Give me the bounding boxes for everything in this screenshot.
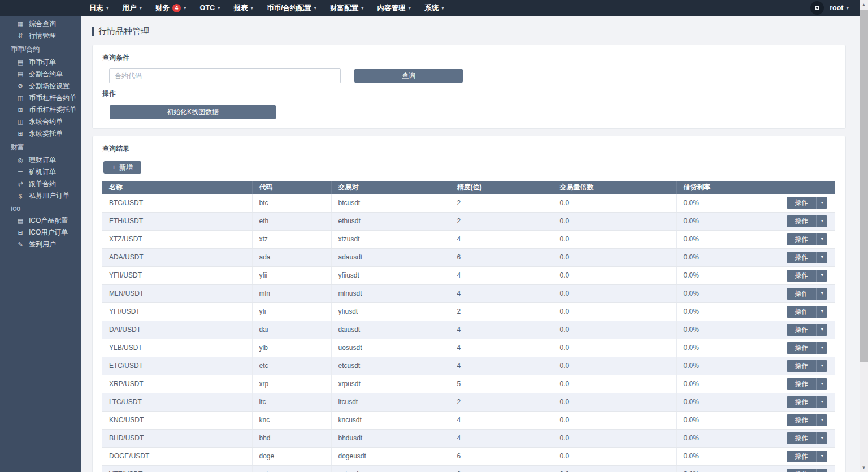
cell-code: yfi <box>252 302 331 321</box>
nav-menu-item[interactable]: 财务 4 ▾ <box>149 0 193 16</box>
action-button[interactable]: 操作 <box>787 414 816 426</box>
search-button[interactable]: 查询 <box>354 69 463 83</box>
chevron-down-icon: ▾ <box>821 399 823 404</box>
action-dropdown-button[interactable]: ▾ <box>816 324 827 336</box>
scroll-up-icon[interactable]: ▲ <box>860 0 868 9</box>
sidebar-item[interactable]: ☰ 矿机订单 <box>0 166 81 178</box>
action-dropdown-button[interactable]: ▾ <box>816 432 827 444</box>
add-button[interactable]: + 新增 <box>103 161 141 174</box>
action-button[interactable]: 操作 <box>787 324 816 336</box>
user-menu[interactable]: root ▾ <box>830 4 849 12</box>
cell-name: ETC/USDT <box>102 357 252 375</box>
vertical-scrollbar: ▲ ▼ <box>860 0 868 472</box>
sidebar-item[interactable]: ⊞ 永续委托单 <box>0 128 81 140</box>
sidebar-item[interactable]: ⇄ 跟单合约 <box>0 178 81 190</box>
action-dropdown-button[interactable]: ▾ <box>816 360 827 372</box>
nav-menu-item-label: 财务 <box>155 3 170 13</box>
contract-code-input[interactable] <box>109 68 341 83</box>
cell-code: btc <box>252 194 331 212</box>
chevron-down-icon: ▾ <box>821 200 823 205</box>
cell-lending-rate: 0.0% <box>676 266 779 284</box>
nav-menu-item[interactable]: 日志 ▾ <box>83 0 116 16</box>
sidebar-item-label: 理财订单 <box>29 155 56 165</box>
cell-precision: 2 <box>450 212 553 230</box>
username: root <box>830 4 843 12</box>
init-kline-button[interactable]: 初始化K线图数据 <box>110 105 276 119</box>
nav-menu-item[interactable]: OTC ▾ <box>193 0 227 16</box>
cell-lending-rate: 0.0% <box>676 302 779 321</box>
cell-actions: 操作 ▾ <box>779 194 835 212</box>
user-avatar[interactable] <box>810 1 824 15</box>
action-dropdown-button[interactable]: ▾ <box>816 197 827 209</box>
action-button[interactable]: 操作 <box>787 252 816 263</box>
sidebar-item[interactable]: $ 私募用户订单 <box>0 190 81 202</box>
action-button[interactable]: 操作 <box>787 360 816 372</box>
cell-volume-multiplier: 0.0 <box>553 357 676 375</box>
action-dropdown-button[interactable]: ▾ <box>816 396 827 408</box>
sidebar-item[interactable]: ▤ 币币订单 <box>0 57 81 68</box>
nav-menu-item-label: OTC <box>200 4 215 12</box>
nav-menu-item[interactable]: 币币/合约配置 ▾ <box>260 0 323 16</box>
sidebar-item-label: 币币订单 <box>29 58 56 67</box>
sidebar-item[interactable]: ⊞ 币币杠杆委托单 <box>0 104 81 116</box>
sidebar-item-icon: ⇵ <box>16 32 24 40</box>
sidebar-item[interactable]: ▤ 交割合约单 <box>0 68 81 80</box>
action-dropdown-button[interactable]: ▾ <box>816 215 827 227</box>
action-dropdown-button[interactable]: ▾ <box>816 288 827 300</box>
action-button[interactable]: 操作 <box>787 270 816 282</box>
query-row: 查询 <box>109 68 836 83</box>
nav-menu-item[interactable]: 内容管理 ▾ <box>371 0 418 16</box>
action-dropdown-button[interactable]: ▾ <box>816 233 827 245</box>
nav-menu-item[interactable]: 用户 ▾ <box>116 0 149 16</box>
sidebar-item[interactable]: ✎ 签到用户 <box>0 239 81 250</box>
action-button[interactable]: 操作 <box>787 378 816 390</box>
action-button[interactable]: 操作 <box>787 215 816 227</box>
action-button[interactable]: 操作 <box>787 396 816 408</box>
action-button[interactable]: 操作 <box>787 233 816 245</box>
sidebar-group: 币币/合约 ▤ 币币订单 ▤ 交割合约单 ⚙ 交割场控设置 <box>0 42 81 140</box>
action-dropdown-button[interactable]: ▾ <box>816 451 827 462</box>
chevron-down-icon: ▾ <box>846 6 849 11</box>
action-button[interactable]: 操作 <box>787 197 816 209</box>
sidebar-item[interactable]: ⊟ ICO用户订单 <box>0 227 81 239</box>
cell-volume-multiplier: 0.0 <box>553 465 676 472</box>
action-button-group: 操作 ▾ <box>787 396 827 408</box>
table-row: YLB/USDT ylb uosusdt 4 0.0 0.0% 操作 ▾ <box>102 339 835 357</box>
action-dropdown-button[interactable]: ▾ <box>816 378 827 390</box>
cell-precision: 6 <box>450 248 553 266</box>
sidebar-item[interactable]: ◎ 理财订单 <box>0 154 81 166</box>
action-button[interactable]: 操作 <box>787 306 816 318</box>
nav-menu-item[interactable]: 财富配置 ▾ <box>323 0 371 16</box>
action-button[interactable]: 操作 <box>787 432 816 444</box>
action-button[interactable]: 操作 <box>787 342 816 354</box>
scroll-down-icon[interactable]: ▼ <box>860 463 868 472</box>
action-button[interactable]: 操作 <box>787 288 816 300</box>
scrollbar-thumb[interactable] <box>860 10 868 362</box>
action-dropdown-button[interactable]: ▾ <box>816 342 827 354</box>
sidebar-item-label: 跟单合约 <box>29 179 56 189</box>
cell-name: BHD/USDT <box>102 429 252 447</box>
cell-lending-rate: 0.0% <box>676 411 779 429</box>
sidebar-item[interactable]: ▤ ICO产品配置 <box>0 215 81 227</box>
sidebar-item[interactable]: ⚙ 交割场控设置 <box>0 80 81 92</box>
action-dropdown-button[interactable]: ▾ <box>816 469 827 472</box>
nav-menu-item[interactable]: 系统 ▾ <box>418 0 451 16</box>
nav-menu-item[interactable]: 报表 ▾ <box>227 0 261 16</box>
cell-code: dai <box>252 321 331 339</box>
sidebar-item[interactable]: ◫ 币币杠杆合约单 <box>0 92 81 104</box>
action-button[interactable]: 操作 <box>787 451 816 462</box>
action-dropdown-button[interactable]: ▾ <box>816 414 827 426</box>
sidebar-item[interactable]: ▦ 综合查询 <box>0 18 81 30</box>
table-row: LTC/USDT ltc ltcusdt 2 0.0 0.0% 操作 ▾ <box>102 393 835 411</box>
action-dropdown-button[interactable]: ▾ <box>816 306 827 318</box>
chevron-down-icon: ▾ <box>409 6 411 11</box>
sidebar-item[interactable]: ◫ 永续合约单 <box>0 116 81 128</box>
action-dropdown-button[interactable]: ▾ <box>816 252 827 263</box>
cell-pair: xrpusdt <box>331 375 450 393</box>
action-dropdown-button[interactable]: ▾ <box>816 270 827 282</box>
sidebar-item[interactable]: ⇵ 行情管理 <box>0 30 81 42</box>
action-button[interactable]: 操作 <box>787 469 816 472</box>
action-button-group: 操作 ▾ <box>787 252 827 263</box>
sidebar-item-icon: $ <box>16 193 24 200</box>
cell-precision: 4 <box>450 284 553 302</box>
